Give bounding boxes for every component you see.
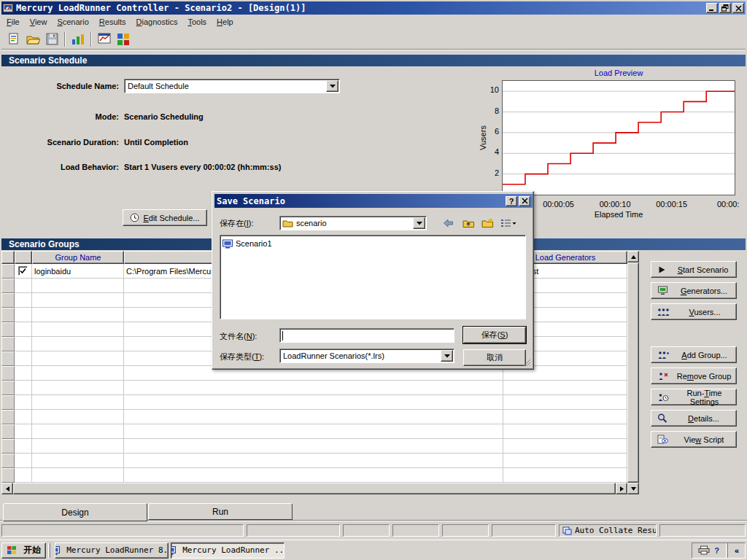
empty-cell xyxy=(32,322,124,337)
empty-cell xyxy=(503,410,627,424)
tab-design[interactable]: Design xyxy=(3,503,147,521)
toolbar xyxy=(1,29,746,49)
start-button[interactable]: 开始 xyxy=(1,542,46,559)
mode-value: Scenario Scheduling xyxy=(124,112,204,121)
window-title: Mercury LoadRunner Controller - Scenario… xyxy=(16,3,705,13)
menu-file[interactable]: File xyxy=(1,16,25,28)
auto-collate-label: Auto Collate Resu xyxy=(575,526,657,535)
empty-cell xyxy=(124,395,503,410)
save-scenario-dialog: Save Scenario ? 保存在(I): scenario Scenari… xyxy=(212,191,534,370)
tray-collapse-chevron[interactable]: « xyxy=(735,546,739,555)
file-item[interactable]: Scenario1 xyxy=(222,238,523,249)
empty-cell xyxy=(32,424,124,439)
remove-group-icon xyxy=(657,372,668,381)
details-button[interactable]: Details... xyxy=(651,410,737,427)
save-button[interactable]: 保存(S) xyxy=(463,327,526,343)
table-vertical-scrollbar[interactable] xyxy=(627,251,639,494)
group-name-cell[interactable]: loginbaidu xyxy=(32,264,124,279)
scroll-right-button[interactable] xyxy=(616,483,627,494)
empty-cell xyxy=(15,293,32,308)
restore-button[interactable] xyxy=(719,3,731,13)
dialog-help-button[interactable]: ? xyxy=(506,196,517,206)
scenario-file-icon xyxy=(222,239,233,249)
printer-icon[interactable] xyxy=(698,545,710,555)
minimize-button[interactable] xyxy=(706,3,718,13)
save-scenario-button[interactable] xyxy=(42,31,61,48)
add-group-button[interactable]: Add Group... xyxy=(651,346,737,363)
group-enabled-checkbox[interactable] xyxy=(18,266,28,276)
menu-tools[interactable]: Tools xyxy=(182,16,212,28)
text-caret xyxy=(282,331,283,341)
schedule-name-combobox[interactable]: Default Schedule xyxy=(124,79,340,93)
back-arrow-icon xyxy=(442,218,454,228)
group-enabled-cell xyxy=(15,264,32,279)
design-view-button[interactable] xyxy=(95,31,114,48)
empty-cell xyxy=(15,381,32,395)
empty-cell xyxy=(503,439,627,454)
taskbar-grip xyxy=(48,543,50,558)
row-header-cell[interactable] xyxy=(1,264,15,279)
vuser-groups-button[interactable] xyxy=(69,31,88,48)
chevron-down-icon xyxy=(444,354,450,358)
view-menu-icon xyxy=(500,218,516,228)
open-scenario-icon xyxy=(26,32,40,46)
menu-results[interactable]: Results xyxy=(94,16,131,28)
new-folder-button[interactable] xyxy=(478,214,497,231)
open-scenario-button[interactable] xyxy=(23,31,42,48)
file-name-label: 文件名(N): xyxy=(220,331,257,342)
file-list[interactable]: Scenario1 xyxy=(220,235,526,319)
start-scenario-button[interactable]: Start Scenario xyxy=(651,261,737,278)
left-arrow-icon xyxy=(6,486,9,491)
generators-icon xyxy=(657,286,668,295)
save-type-dropdown-button[interactable] xyxy=(441,350,453,362)
generators-button[interactable]: Generators... xyxy=(651,282,737,299)
vuser-groups-icon xyxy=(71,32,85,46)
menu-help[interactable]: Help xyxy=(212,16,239,28)
file-name-input[interactable] xyxy=(279,328,454,343)
run-time-settings-button[interactable]: Run-Time Settings xyxy=(651,389,737,405)
back-button[interactable] xyxy=(438,214,457,231)
empty-cell xyxy=(15,308,32,322)
cancel-button[interactable]: 取消 xyxy=(463,349,526,366)
windows-flag-icon xyxy=(7,545,17,555)
save-in-combobox[interactable]: scenario xyxy=(279,216,427,230)
vusers-button[interactable]: Vusers... xyxy=(651,303,737,320)
empty-cell xyxy=(503,454,627,468)
row-header-cell xyxy=(1,351,15,366)
up-one-level-button[interactable] xyxy=(459,214,478,231)
taskbar-item-loadrunner-active[interactable]: Mercury LoadRunner ... xyxy=(171,542,285,559)
runtime-settings-icon xyxy=(657,393,669,402)
results-settings-button[interactable] xyxy=(114,31,133,48)
edit-schedule-button[interactable]: Edit Schedule... xyxy=(123,209,207,226)
taskbar-item-loadrunner-8-1[interactable]: Mercury LoadRunner 8.1 xyxy=(55,542,169,559)
menu-scenario[interactable]: Scenario xyxy=(52,16,93,28)
menu-view[interactable]: View xyxy=(25,16,53,28)
schedule-name-dropdown-button[interactable] xyxy=(326,80,338,92)
save-type-combobox[interactable]: LoadRunner Scenarios(*.lrs) xyxy=(279,349,454,363)
scroll-left-button[interactable] xyxy=(1,483,13,494)
scenario-schedule-title: Scenario Schedule xyxy=(9,55,87,66)
close-button[interactable] xyxy=(732,3,744,13)
remove-group-button[interactable]: Remove Group xyxy=(651,368,737,384)
status-panel xyxy=(442,524,489,537)
view-menu-button[interactable] xyxy=(497,214,520,231)
tab-run[interactable]: Run xyxy=(148,503,293,520)
schedule-name-value: Default Schedule xyxy=(125,82,326,90)
save-in-dropdown-button[interactable] xyxy=(413,217,425,229)
empty-cell xyxy=(15,454,32,468)
scroll-up-button[interactable] xyxy=(627,251,639,262)
group-name-header[interactable]: Group Name xyxy=(32,251,124,264)
empty-cell xyxy=(15,322,32,337)
new-scenario-button[interactable] xyxy=(4,31,23,48)
help-tray-icon[interactable]: ? xyxy=(714,546,719,555)
y-tick-label: 4 xyxy=(479,147,499,156)
table-horizontal-scrollbar[interactable] xyxy=(1,483,627,494)
vertical-scroll-thumb[interactable] xyxy=(627,262,639,483)
resize-grip[interactable] xyxy=(522,358,531,367)
dialog-close-button[interactable] xyxy=(519,196,530,206)
horizontal-scroll-thumb[interactable] xyxy=(13,483,616,494)
menu-diagnostics[interactable]: Diagnostics xyxy=(131,16,183,28)
view-script-button[interactable]: View Script xyxy=(651,431,737,448)
empty-cell xyxy=(15,439,32,454)
scroll-down-button[interactable] xyxy=(627,483,639,494)
